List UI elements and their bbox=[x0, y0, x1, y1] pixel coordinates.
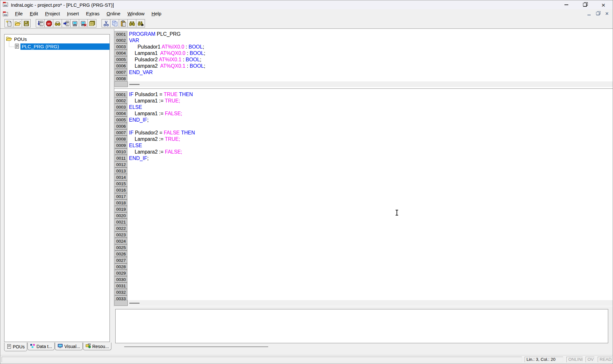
code-text[interactable] bbox=[127, 238, 129, 245]
new-icon[interactable] bbox=[4, 19, 13, 27]
code-text[interactable] bbox=[127, 200, 129, 206]
declaration-editor[interactable]: 0001PROGRAM PLC_PRG0002VAR0003 Pulsador1… bbox=[114, 29, 613, 81]
child-restore-button[interactable] bbox=[594, 10, 602, 17]
code-text[interactable]: END_IF; bbox=[127, 117, 148, 123]
library-icon[interactable] bbox=[87, 19, 96, 27]
find-next-icon[interactable] bbox=[136, 19, 145, 27]
code-text[interactable] bbox=[127, 193, 129, 200]
child-window-icon: oo bbox=[3, 11, 8, 17]
code-text[interactable] bbox=[127, 213, 129, 219]
code-text[interactable]: Lampara2 := FALSE; bbox=[127, 149, 182, 155]
menu-insert[interactable]: Insert bbox=[64, 9, 83, 18]
code-line-0005: 0005 Pulsador2 AT%IX0.1 : BOOL; bbox=[114, 57, 613, 63]
message-window[interactable] bbox=[115, 309, 608, 343]
glasses-icon[interactable] bbox=[53, 19, 62, 27]
code-text[interactable]: Lampara1 := FALSE; bbox=[127, 110, 182, 117]
child-minimize-button[interactable] bbox=[585, 10, 593, 17]
logout-icon[interactable] bbox=[79, 19, 88, 27]
code-text[interactable] bbox=[127, 251, 129, 257]
code-text[interactable] bbox=[127, 187, 129, 193]
menu-items: FileEditProjectInsertExtrasOnlineWindowH… bbox=[11, 9, 165, 18]
code-text[interactable] bbox=[127, 168, 129, 174]
scrollbar-thumb[interactable] bbox=[129, 303, 140, 304]
login-icon[interactable] bbox=[70, 19, 79, 27]
window-title: IndraLogic - project.pro* - [PLC_PRG (PR… bbox=[11, 2, 114, 8]
menu-window[interactable]: Window bbox=[124, 9, 148, 18]
menu-help[interactable]: Help bbox=[148, 9, 165, 18]
line-number: 0019 bbox=[115, 206, 127, 212]
code-text[interactable]: ELSE bbox=[127, 104, 142, 110]
code-text[interactable] bbox=[127, 257, 129, 264]
code-text[interactable] bbox=[127, 289, 129, 296]
copy-icon[interactable] bbox=[110, 19, 119, 27]
code-hscrollbar[interactable] bbox=[114, 300, 613, 306]
tree-root-pous[interactable]: POUs bbox=[4, 36, 110, 42]
code-text[interactable] bbox=[127, 264, 129, 270]
declaration-hscrollbar[interactable] bbox=[114, 81, 613, 87]
code-text[interactable]: IF Pulsador1 = TRUE THEN bbox=[127, 91, 193, 98]
line-number: 0008 bbox=[115, 136, 127, 142]
editor-surface: 0001PROGRAM PLC_PRG0002VAR0003 Pulsador1… bbox=[114, 29, 613, 306]
code-text[interactable] bbox=[127, 283, 129, 289]
menu-project[interactable]: Project bbox=[42, 9, 64, 18]
code-text[interactable]: Pulsador1 AT%IX0.0 : BOOL; bbox=[127, 44, 204, 50]
save-icon[interactable] bbox=[22, 19, 31, 27]
line-number: 0027 bbox=[115, 257, 127, 263]
code-text[interactable] bbox=[127, 123, 129, 130]
code-text[interactable] bbox=[127, 277, 129, 283]
tab-visualizations[interactable]: Visual... bbox=[55, 343, 83, 350]
code-text[interactable]: Lampara1 := TRUE; bbox=[127, 98, 180, 104]
tab-data-types[interactable]: Data t... bbox=[27, 343, 55, 350]
code-text[interactable]: END_VAR bbox=[127, 69, 153, 76]
code-text[interactable] bbox=[127, 270, 129, 277]
toolbar: ST bbox=[0, 18, 613, 29]
code-text[interactable]: IF Pulsador2 = FALSE THEN bbox=[127, 130, 195, 136]
code-text[interactable]: Lampara1 AT%QX0.0 : BOOL; bbox=[127, 50, 205, 57]
code-text[interactable]: ELSE bbox=[127, 142, 142, 149]
tree-item-plc-prg[interactable]: PLC_PRG (PRG) bbox=[4, 43, 110, 50]
minimize-button[interactable] bbox=[557, 0, 576, 9]
line-number: 0022 bbox=[115, 225, 127, 231]
scrollbar-thumb[interactable] bbox=[129, 84, 140, 85]
code-text[interactable] bbox=[127, 225, 129, 232]
pane-splitter[interactable] bbox=[114, 88, 613, 89]
tab-resources[interactable]: Resou... bbox=[83, 343, 111, 350]
code-text[interactable] bbox=[127, 76, 129, 81]
paste-icon[interactable] bbox=[119, 19, 128, 27]
menu-edit[interactable]: Edit bbox=[26, 9, 42, 18]
code-text[interactable]: Pulsador2 AT%IX0.1 : BOOL; bbox=[127, 57, 201, 63]
ibeam-cursor bbox=[395, 210, 398, 216]
line-number: 0009 bbox=[115, 142, 127, 148]
code-text[interactable] bbox=[127, 181, 129, 187]
child-window-controls: × bbox=[585, 10, 611, 17]
st-stop-icon[interactable]: ST bbox=[44, 19, 53, 27]
insert-window-icon[interactable] bbox=[62, 19, 71, 27]
menu-extras[interactable]: Extras bbox=[82, 9, 103, 18]
code-text[interactable] bbox=[127, 219, 129, 225]
code-line-0013: 0013 bbox=[114, 168, 613, 174]
pou-tree-panel[interactable]: POUs PLC_PRG (PRG) bbox=[4, 34, 110, 342]
open-icon[interactable] bbox=[13, 19, 22, 27]
code-text[interactable]: VAR bbox=[127, 37, 139, 44]
restore-button[interactable] bbox=[576, 0, 594, 9]
code-text[interactable]: Lampara2 := TRUE; bbox=[127, 136, 180, 142]
code-text[interactable] bbox=[127, 245, 129, 251]
code-text[interactable]: Lampara2 AT%QX0.1 : BOOL; bbox=[127, 63, 205, 69]
menu-online[interactable]: Online bbox=[103, 9, 124, 18]
code-text[interactable]: END_IF; bbox=[127, 155, 148, 162]
message-hscrollbar-thumb[interactable] bbox=[124, 346, 268, 347]
code-text[interactable]: PROGRAM PLC_PRG bbox=[127, 31, 181, 37]
code-text[interactable] bbox=[127, 206, 129, 213]
code-text[interactable] bbox=[127, 162, 129, 168]
st-code-editor[interactable]: 0001IF Pulsador1 = TRUE THEN0002 Lampara… bbox=[114, 89, 613, 306]
tab-pous[interactable]: POUs bbox=[4, 343, 27, 351]
code-text[interactable] bbox=[127, 174, 129, 181]
find-icon[interactable] bbox=[127, 19, 136, 27]
close-button[interactable]: × bbox=[594, 0, 613, 9]
download-icon[interactable] bbox=[36, 19, 45, 27]
code-text[interactable] bbox=[127, 232, 129, 238]
menu-file[interactable]: File bbox=[11, 9, 26, 18]
child-close-button[interactable]: × bbox=[603, 10, 611, 17]
code-line-0029: 0029 bbox=[114, 270, 613, 277]
cut-icon[interactable] bbox=[102, 19, 110, 27]
